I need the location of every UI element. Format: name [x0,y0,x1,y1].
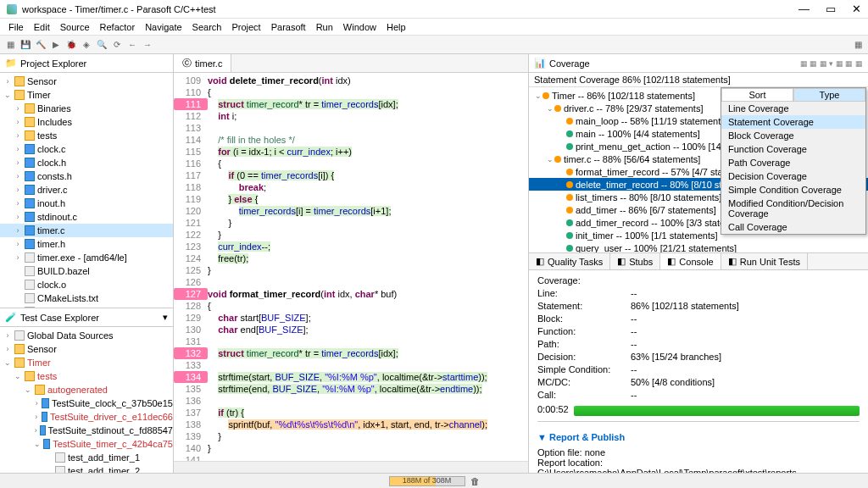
code-line[interactable]: char start[BUF_SIZE]; [208,312,311,324]
report-publish-toggle[interactable]: ▼ Report & Publish [537,432,860,442]
code-line[interactable]: void format_timer_record(int idx, char* … [208,288,397,300]
twisty-icon[interactable]: › [14,199,22,208]
memory-gauge[interactable]: 188M of 308M [389,476,465,486]
project-explorer-tab[interactable]: 📁 Project Explorer [0,54,173,73]
twisty-icon[interactable]: ⌄ [14,372,22,380]
test-case-explorer-tab[interactable]: 🧪 Test Case Explorer ▾ [0,308,173,327]
code-line[interactable]: struct timer_record* tr = timer_records[… [208,347,398,359]
code-line[interactable]: } [208,217,231,229]
code-line[interactable]: curr_index--; [208,241,270,252]
coverage-tab[interactable]: 📊 Coverage ▦ ▦ ▦ ▾ ▦ ▦ ▦ [529,54,868,73]
code-line[interactable]: { [208,158,221,169]
twisty-icon[interactable]: › [14,118,22,126]
tab-run-unit-tests[interactable]: ◧Run Unit Tests [721,253,808,269]
code-line[interactable]: { [208,300,211,312]
menu-edit[interactable]: Edit [31,20,53,34]
code-line[interactable]: for (i = idx-1; i < curr_index; i++) [208,146,352,158]
refresh-icon[interactable]: ⟳ [110,38,124,52]
code-line[interactable]: sprintf(buf, "%d\t%s\t%s\t%d\n", idx+1, … [208,419,487,430]
coverage-menu-item[interactable]: Path Coverage [721,156,865,169]
coverage-menu-item[interactable]: Statement Coverage [721,115,865,129]
sort-tab[interactable]: Sort [721,88,793,102]
coverage-menu-item[interactable]: Modified Condition/Decision Coverage [721,197,865,220]
tree-item[interactable]: ›Global Data Sources [0,329,173,342]
twisty-icon[interactable]: ⌄ [3,91,12,99]
minimize-button[interactable]: — [798,3,810,15]
save-icon[interactable]: 💾 [19,38,32,52]
code-line[interactable]: /* fill in the holes */ [208,134,295,146]
twisty-icon[interactable]: › [14,131,22,140]
twisty-icon[interactable]: › [14,172,22,180]
gc-icon[interactable]: 🗑 [470,476,480,486]
twisty-icon[interactable]: ⌄ [34,440,41,448]
tree-item[interactable]: ›Includes [0,115,173,129]
tree-item[interactable]: ›timer.exe - [amd64/le] [0,251,173,264]
tree-item[interactable]: ⌄TestSuite_timer_c_42b4ca75 [0,437,173,451]
twisty-icon[interactable]: › [14,213,22,221]
back-icon[interactable]: ← [125,38,139,52]
collapse-icon[interactable]: ▾ [163,312,168,323]
twisty-icon[interactable]: ⌄ [546,104,554,113]
code-line[interactable]: if (0 == timer_records[i]) { [208,169,334,181]
code-line[interactable]: strftime(start, BUF_SIZE, "%I:%M %p", lo… [208,371,487,383]
debug-icon[interactable]: 🐞 [64,38,78,52]
tree-item[interactable]: ›TestSuite_driver_c_e11dec66 [0,410,173,424]
coverage-tree[interactable]: ⌄Timer -- 86% [102/118 statements]⌄drive… [529,87,868,252]
menu-file[interactable]: File [5,20,27,34]
twisty-icon[interactable]: › [3,331,12,340]
code-line[interactable]: timer_records[i] = timer_records[i+1]; [208,205,391,217]
code-line[interactable]: } [208,442,211,454]
twisty-icon[interactable]: › [14,226,22,235]
perspective-icon[interactable]: ▦ [851,38,865,52]
tab-console[interactable]: ◧Console [660,253,721,269]
tree-item[interactable]: ›Binaries [0,102,173,115]
toolbar-icons[interactable]: ▦ ▦ ▦ ▾ ▦ ▦ ▦ [800,59,863,68]
tree-item[interactable]: ›timer.c [0,224,173,237]
search-icon[interactable]: 🔍 [95,38,108,52]
twisty-icon[interactable]: ⌄ [534,92,542,100]
menu-source[interactable]: Source [57,20,93,34]
tree-item[interactable]: ›clock.h [0,156,173,169]
tree-item[interactable]: clock.o [0,278,173,291]
tree-item[interactable]: BUILD.bazel [0,264,173,278]
run-icon[interactable]: ▶ [49,38,63,52]
tree-item[interactable]: ›consts.h [0,169,173,183]
twisty-icon[interactable]: › [14,186,22,194]
menu-help[interactable]: Help [383,20,409,34]
forward-icon[interactable]: → [141,38,154,52]
twisty-icon[interactable]: › [14,253,22,262]
tree-item[interactable]: ›stdinout.c [0,210,173,224]
tree-item[interactable]: test_add_timer_1 [0,451,173,464]
code-line[interactable]: } else { [208,193,258,205]
menu-navigate[interactable]: Navigate [142,20,185,34]
menu-project[interactable]: Project [228,20,264,34]
project-explorer-tree[interactable]: ›Sensor⌄Timer›Binaries›Includes›tests›cl… [0,73,173,308]
maximize-button[interactable]: ▭ [826,3,836,15]
code-line[interactable]: } [208,229,221,241]
tree-item[interactable]: ›clock.c [0,142,173,156]
tree-item[interactable]: ›Sensor [0,75,173,88]
coverage-menu-item[interactable]: Simple Condition Coverage [721,183,865,197]
hammer-icon[interactable]: 🔨 [34,38,47,52]
twisty-icon[interactable]: ⌄ [3,358,12,367]
tree-item[interactable]: ⌄tests [0,369,173,383]
coverage-menu-item[interactable]: Line Coverage [721,102,865,115]
twisty-icon[interactable]: ⌄ [546,155,554,164]
twisty-icon[interactable]: › [14,104,22,113]
code-line[interactable]: char end[BUF_SIZE]; [208,324,309,336]
code-line[interactable]: } [208,430,221,442]
twisty-icon[interactable]: › [34,426,37,435]
tab-quality-tasks[interactable]: ◧Quality Tasks [529,253,610,269]
code-line[interactable]: int i; [208,110,236,122]
type-tab[interactable]: Type [793,88,865,102]
twisty-icon[interactable]: › [14,158,22,167]
twisty-icon[interactable]: › [14,145,22,153]
editor-tab-timer-c[interactable]: ⓒ timer.c [174,54,231,72]
code-line[interactable]: } [208,264,211,276]
twisty-icon[interactable]: › [34,413,39,421]
menu-parasoft[interactable]: Parasoft [268,20,309,34]
tree-item[interactable]: ›Sensor [0,342,173,356]
code-line[interactable]: void delete_timer_record(int idx) [208,75,351,86]
new-icon[interactable]: ▦ [3,38,17,52]
tab-stubs[interactable]: ◧Stubs [610,253,660,269]
